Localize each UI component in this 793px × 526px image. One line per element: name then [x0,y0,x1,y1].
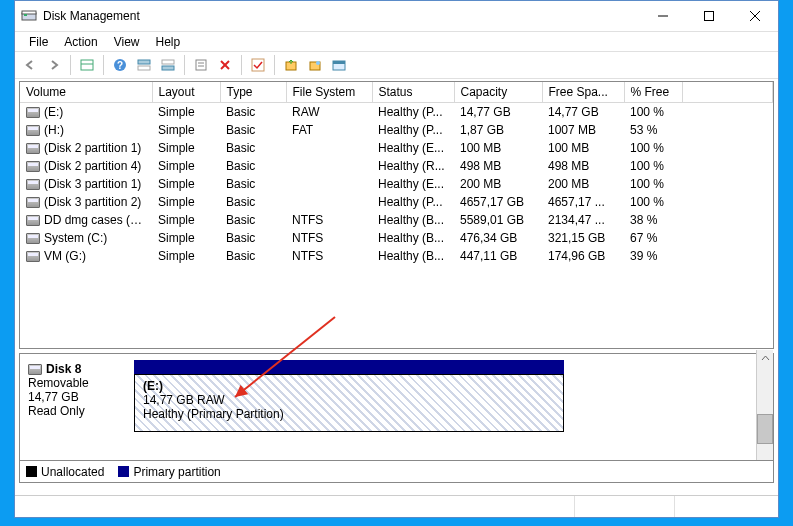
statusbar [15,495,778,517]
show-hide-console-button[interactable] [76,54,98,76]
column-header[interactable]: Status [372,82,454,103]
column-header[interactable]: Volume [20,82,152,103]
nav-forward-button[interactable] [43,54,65,76]
drive-icon [28,364,42,375]
titlebar[interactable]: Disk Management [15,1,778,31]
menu-help[interactable]: Help [148,35,189,49]
close-button[interactable] [732,1,778,31]
partition-name: (E:) [143,379,163,393]
svg-rect-4 [705,12,714,21]
table-row[interactable]: DD dmg cases (D:)SimpleBasicNTFSHealthy … [20,211,773,229]
vertical-scrollbar[interactable] [756,350,773,460]
disk-management-window: Disk Management File Action View Help ? [14,0,779,518]
menu-action[interactable]: Action [56,35,105,49]
column-header[interactable]: Type [220,82,286,103]
nav-back-button[interactable] [19,54,41,76]
minimize-button[interactable] [640,1,686,31]
column-header[interactable]: % Free [624,82,682,103]
extra-button-3[interactable] [328,54,350,76]
legend-swatch-primary [118,466,129,477]
partition-header-bar [134,360,564,374]
svg-rect-25 [333,61,345,64]
partition-status: Healthy (Primary Partition) [143,407,284,421]
svg-rect-2 [24,14,27,16]
svg-rect-1 [22,11,36,14]
disk-graphical-view[interactable]: Disk 8 Removable 14,77 GB Read Only (E:)… [19,353,774,461]
extra-button-2[interactable] [304,54,326,76]
menu-file[interactable]: File [21,35,56,49]
extra-button-1[interactable] [280,54,302,76]
svg-text:?: ? [117,60,123,71]
table-row[interactable]: (H:)SimpleBasicFATHealthy (P...1,87 GB10… [20,121,773,139]
view-top-button[interactable] [133,54,155,76]
maximize-button[interactable] [686,1,732,31]
svg-rect-20 [252,59,264,71]
menubar: File Action View Help [15,31,778,51]
svg-rect-15 [196,60,206,70]
table-row[interactable]: VM (G:)SimpleBasicNTFSHealthy (B...447,1… [20,247,773,265]
scroll-up-icon[interactable] [757,350,773,367]
menu-view[interactable]: View [106,35,148,49]
legend-label-unallocated: Unallocated [41,465,104,479]
disk-size: 14,77 GB [28,390,79,404]
svg-rect-12 [138,66,150,70]
column-header[interactable]: Free Spa... [542,82,624,103]
partition-info: 14,77 GB RAW [143,393,225,407]
disk-mode: Read Only [28,404,85,418]
svg-rect-7 [81,60,93,70]
app-icon [21,8,37,24]
table-row[interactable]: (E:)SimpleBasicRAWHealthy (P...14,77 GB1… [20,103,773,121]
column-header[interactable]: Capacity [454,82,542,103]
column-header[interactable]: Layout [152,82,220,103]
table-row[interactable]: (Disk 3 partition 2)SimpleBasicHealthy (… [20,193,773,211]
svg-rect-14 [162,66,174,70]
table-row[interactable]: (Disk 3 partition 1)SimpleBasicHealthy (… [20,175,773,193]
svg-rect-13 [162,60,174,64]
legend: Unallocated Primary partition [19,461,774,483]
column-header[interactable]: File System [286,82,372,103]
toolbar: ? [15,51,778,79]
volume-list[interactable]: VolumeLayoutTypeFile SystemStatusCapacit… [19,81,774,349]
svg-point-23 [316,61,320,65]
disk-kind: Removable [28,376,89,390]
disk-label-panel: Disk 8 Removable 14,77 GB Read Only [20,354,128,460]
table-row[interactable]: (Disk 2 partition 4)SimpleBasicHealthy (… [20,157,773,175]
window-title: Disk Management [43,9,640,23]
legend-label-primary: Primary partition [133,465,220,479]
table-row[interactable]: (Disk 2 partition 1)SimpleBasicHealthy (… [20,139,773,157]
scroll-thumb[interactable] [757,414,773,444]
delete-button[interactable] [214,54,236,76]
content-area: VolumeLayoutTypeFile SystemStatusCapacit… [15,79,778,495]
table-row[interactable]: System (C:)SimpleBasicNTFSHealthy (B...4… [20,229,773,247]
disk-name: Disk 8 [46,362,81,376]
partition-box[interactable]: (E:) 14,77 GB RAW Healthy (Primary Parti… [134,374,564,432]
check-button[interactable] [247,54,269,76]
properties-button[interactable] [190,54,212,76]
help-button[interactable]: ? [109,54,131,76]
view-bottom-button[interactable] [157,54,179,76]
svg-rect-11 [138,60,150,64]
legend-swatch-unallocated [26,466,37,477]
